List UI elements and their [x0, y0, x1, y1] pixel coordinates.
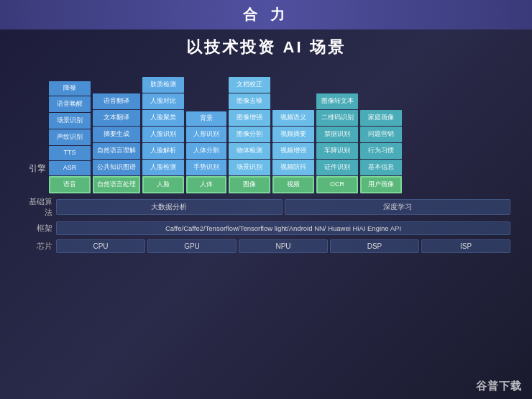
cell-noise-reduction: 降噪: [49, 81, 91, 96]
col-label-video: 视频: [272, 176, 314, 193]
algo-bigdata: 大数据分析: [56, 199, 283, 215]
cell-voice-wake: 语音唤醒: [49, 96, 91, 112]
cell-img-seg: 图像分割: [229, 127, 270, 142]
engine-text: 引擎: [29, 162, 46, 175]
cell-img-denoise: 图像去噪: [229, 93, 270, 109]
col-nlp: 语音翻译 文本翻译 摘要生成 自然语言理解 公共知识图谱 自然语言处理: [93, 93, 140, 193]
cell-scene-recog: 场景识别: [229, 160, 270, 175]
cell-behavior: 行为习惯: [360, 143, 402, 159]
chip-dsp: DSP: [330, 239, 419, 253]
cell-voiceprint: 声纹识别: [49, 129, 91, 145]
cell-voice-translate: 语音翻译: [93, 93, 140, 109]
footer-section: 基础算法 大数据分析 深度学习 框架 Caffe/Caffe2/Tensorfl…: [22, 196, 510, 256]
col-body: 背景 人形识别 人体分割 手势识别 人体: [186, 111, 226, 193]
cell-gesture: 手势识别: [186, 160, 226, 175]
top-banner: 合 力: [0, 0, 532, 29]
col-ocr: 图像转文本 二维码识别 票据识别 车牌识别 证件识别 OCR: [316, 93, 358, 193]
cell-obj-detect: 物体检测: [229, 143, 270, 159]
banner-text: 合 力: [243, 6, 289, 22]
watermark: 谷普下载: [476, 380, 522, 393]
cell-face-cluster: 人脸聚类: [142, 110, 184, 126]
cell-family: 家庭画像: [360, 110, 402, 126]
chip-cpu: CPU: [56, 239, 145, 253]
cell-face-id: 人脸识别: [142, 127, 184, 142]
cell-id: 证件识别: [316, 160, 358, 175]
cell-face-parse: 人脸解析: [142, 143, 184, 159]
cell-skin: 肤质检测: [142, 77, 184, 93]
cell-nlu: 自然语言理解: [93, 143, 140, 159]
col-label-nlp: 自然语言处理: [93, 176, 140, 193]
col-label-image: 图像: [229, 176, 270, 193]
chip-gpu: GPU: [147, 239, 237, 253]
col-image: 文档校正 图像去噪 图像增强 图像分割 物体检测 场景识别 图像: [229, 77, 270, 193]
cell-img2text: 图像转文本: [316, 93, 358, 109]
col-face: 肤质检测 人脸对比 人脸聚类 人脸识别 人脸解析 人脸检测 人脸: [142, 77, 184, 193]
chip-npu: NPU: [239, 239, 328, 253]
cell-kg: 公共知识图谱: [93, 160, 140, 175]
col-label-voice: 语音: [49, 176, 91, 193]
cell-video-stabilize: 视频防抖: [272, 160, 314, 175]
col-video: 视频语义 视频摘要 视频增强 视频防抖 视频: [272, 110, 314, 193]
col-label-ocr: OCR: [316, 176, 358, 193]
cell-text-translate: 文本翻译: [93, 110, 140, 126]
cell-basic-info: 基本信息: [360, 160, 402, 175]
framework-label: 框架: [22, 223, 56, 234]
col-label-body: 人体: [186, 176, 226, 193]
cell-face-compare: 人脸对比: [142, 93, 184, 109]
col-user: 家庭画像 问题营销 行为习惯 基本信息 用户画像: [360, 110, 402, 193]
engine-label: 引擎: [22, 162, 49, 193]
chip-isp: ISP: [421, 239, 510, 253]
main-title: 以技术投资 AI 场景: [186, 37, 345, 58]
algo-label: 基础算法: [22, 196, 56, 218]
col-voice: 降噪 语音唤醒 场景识别 声纹识别 TTS ASR 语音: [49, 81, 91, 193]
cell-video-summary: 视频摘要: [272, 127, 314, 142]
col-label-user: 用户画像: [360, 176, 402, 193]
cell-video-enhance: 视频增强: [272, 143, 314, 159]
chip-label: 芯片: [22, 241, 56, 252]
cell-body-seg: 人体分割: [186, 143, 226, 159]
cell-tts: TTS: [49, 146, 91, 160]
framework-content: Caffe/Caffe2/Tensorflow/Tensorflow light…: [56, 221, 510, 235]
cell-asr: ASR: [49, 161, 91, 175]
cell-summary: 摘要生成: [93, 127, 140, 142]
cell-plate: 车牌识别: [316, 143, 358, 159]
cell-person: 人形识别: [186, 127, 226, 142]
col-label-face: 人脸: [142, 176, 184, 193]
cell-receipt: 票据识别: [316, 127, 358, 142]
cell-qrcode: 二维码识别: [316, 110, 358, 126]
cell-bg: 背景: [186, 111, 226, 126]
slide: 合 力 以技术投资 AI 场景 引擎 降噪 语音唤醒 场景识别 声纹识别 TTS…: [0, 0, 532, 399]
cell-video-semantic: 视频语义: [272, 110, 314, 126]
cell-doc-correct: 文档校正: [229, 77, 270, 93]
cell-face-detect: 人脸检测: [142, 160, 184, 175]
algo-dl: 深度学习: [285, 199, 511, 215]
cell-img-enhance: 图像增强: [229, 110, 270, 126]
cell-marketing: 问题营销: [360, 127, 402, 142]
cell-scene-recognition: 场景识别: [49, 113, 91, 129]
